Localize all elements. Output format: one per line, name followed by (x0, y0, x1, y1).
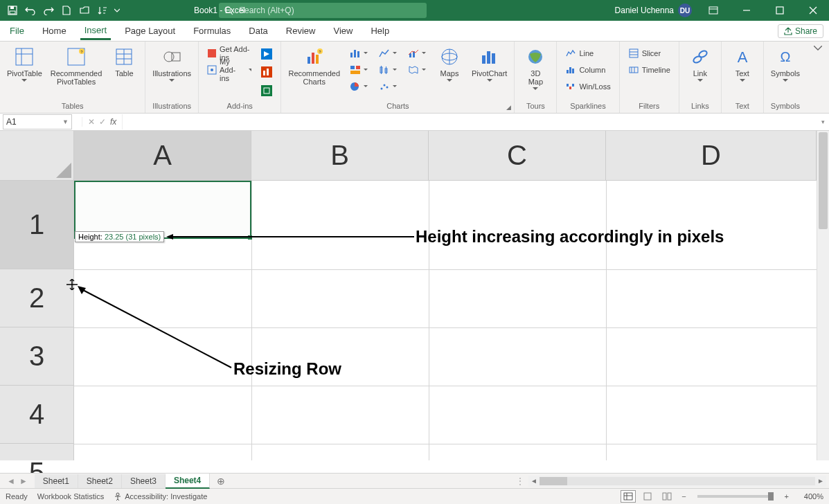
svg-rect-42 (350, 71, 360, 74)
pivottable-button[interactable]: PivotTable (4, 44, 45, 100)
user-account[interactable]: Daniel Uchenna DU (615, 3, 692, 17)
people-graph-addin-icon[interactable] (260, 64, 275, 80)
search-box[interactable]: Search (Alt+Q) (219, 3, 427, 18)
recommended-pivottables-button[interactable]: ?Recommended PivotTables (48, 44, 105, 100)
accessibility-button[interactable]: Accessibility: Investigate (114, 492, 207, 501)
close-button[interactable] (797, 0, 829, 21)
fx-icon[interactable]: fx (110, 117, 116, 127)
collapse-ribbon-icon[interactable] (807, 42, 829, 113)
my-addins-button[interactable]: My Add-ins (204, 62, 254, 78)
cells-area[interactable] (74, 181, 817, 460)
tab-file[interactable]: File (6, 23, 28, 39)
timeline-button[interactable]: Timeline (625, 62, 673, 78)
column-header-a[interactable]: A (74, 131, 251, 180)
sheet-tab[interactable]: Sheet1 (35, 474, 78, 488)
share-button[interactable]: Share (778, 24, 823, 38)
link-button[interactable]: Link (684, 44, 717, 100)
share-icon (784, 27, 792, 35)
workbook-statistics-button[interactable]: Workbook Statistics (37, 492, 104, 501)
annotation-tooltip: Height increasing accordingly in pixels (416, 227, 724, 246)
select-all-button[interactable] (0, 131, 74, 181)
minimize-button[interactable] (731, 0, 763, 21)
sheet-nav-prev[interactable]: ◄ (6, 476, 17, 486)
save-icon[interactable] (4, 2, 21, 19)
new-file-icon[interactable] (58, 2, 75, 19)
maps-button[interactable]: Maps (433, 44, 466, 100)
sheet-tab[interactable]: Sheet2 (78, 474, 122, 488)
open-file-icon[interactable] (76, 2, 93, 19)
document-title: Book1 - Excel (194, 6, 245, 15)
column-chart-button[interactable] (347, 46, 371, 61)
maximize-button[interactable] (764, 0, 796, 21)
tab-formulas[interactable]: Formulas (189, 23, 235, 39)
zoom-in-button[interactable]: + (782, 492, 792, 501)
sparkline-line-button[interactable]: Line (562, 46, 613, 61)
sort-icon[interactable] (94, 2, 111, 19)
row-header-2[interactable]: 2 (0, 269, 73, 327)
column-header-b[interactable]: B (251, 131, 429, 180)
undo-icon[interactable] (22, 2, 39, 19)
sheet-tab[interactable]: Sheet4 (166, 474, 210, 489)
page-layout-view-button[interactable] (640, 490, 655, 503)
sparkline-winloss-button[interactable]: Win/Loss (562, 79, 613, 94)
svg-point-25 (211, 69, 213, 71)
charts-dialog-launcher[interactable]: ◢ (504, 103, 512, 111)
horizontal-scrollbar[interactable]: ◄► (528, 476, 826, 487)
recommended-charts-button[interactable]: ?Recommended Charts (285, 44, 343, 100)
tab-page-layout[interactable]: Page Layout (121, 23, 179, 39)
zoom-level[interactable]: 400% (796, 492, 823, 501)
zoom-slider[interactable] (697, 495, 774, 498)
sheet-nav-next[interactable]: ► (18, 476, 29, 486)
tab-data[interactable]: Data (244, 23, 271, 39)
zoom-out-button[interactable]: − (679, 492, 688, 501)
ribbon-display-options-icon[interactable] (697, 0, 729, 21)
chevron-down-icon[interactable]: ▼ (62, 118, 69, 125)
table-button[interactable]: Table (107, 44, 141, 100)
sparkline-column-button[interactable]: Column (562, 62, 613, 78)
svg-rect-84 (644, 493, 651, 500)
formula-input[interactable] (122, 114, 817, 129)
tab-help[interactable]: Help (366, 23, 393, 39)
symbols-button[interactable]: ΩSymbols (768, 44, 803, 100)
statistic-chart-button[interactable] (376, 62, 400, 78)
cancel-formula-icon[interactable]: ✕ (88, 117, 95, 127)
map-chart-button[interactable] (405, 62, 429, 78)
hierarchy-chart-button[interactable] (347, 62, 371, 78)
redo-icon[interactable] (40, 2, 57, 19)
column-header-c[interactable]: C (429, 131, 606, 180)
combo-chart-button[interactable] (405, 46, 429, 61)
name-box[interactable]: A1▼ (3, 114, 72, 129)
pie-chart-button[interactable] (347, 79, 371, 94)
svg-rect-85 (663, 493, 666, 500)
text-button[interactable]: AText (726, 44, 759, 100)
illustrations-button[interactable]: Illustrations (150, 44, 194, 100)
scatter-chart-button[interactable] (376, 79, 400, 94)
new-sheet-button[interactable]: ⊕ (210, 476, 232, 487)
vertical-scrollbar[interactable] (817, 131, 829, 460)
normal-view-button[interactable] (621, 490, 636, 503)
row-header-1[interactable]: 1 (0, 181, 73, 269)
line-chart-button[interactable] (376, 46, 400, 61)
row-header-5[interactable]: 5 (0, 444, 73, 473)
enter-formula-icon[interactable]: ✓ (99, 117, 106, 127)
svg-point-48 (381, 88, 383, 90)
quick-access-toolbar (0, 2, 122, 19)
qat-customize-icon[interactable] (112, 2, 122, 19)
expand-formula-bar-icon[interactable]: ▾ (817, 118, 829, 125)
slicer-button[interactable]: Slicer (625, 46, 673, 61)
bing-maps-addin-icon[interactable] (260, 46, 275, 62)
visio-addin-icon[interactable] (260, 83, 275, 98)
column-header-d[interactable]: D (606, 131, 817, 180)
row-header-3[interactable]: 3 (0, 327, 73, 386)
page-break-view-button[interactable] (659, 490, 675, 503)
row-header-4[interactable]: 4 (0, 386, 73, 444)
pivotchart-button[interactable]: PivotChart (469, 44, 510, 100)
tab-view[interactable]: View (329, 23, 357, 39)
tab-home[interactable]: Home (38, 23, 71, 39)
3d-map-button[interactable]: 3D Map (519, 44, 552, 100)
sheet-tab[interactable]: Sheet3 (122, 474, 166, 488)
tab-review[interactable]: Review (282, 23, 320, 39)
tab-insert[interactable]: Insert (80, 22, 112, 40)
svg-rect-58 (492, 53, 495, 64)
selected-cell[interactable] (74, 181, 251, 239)
